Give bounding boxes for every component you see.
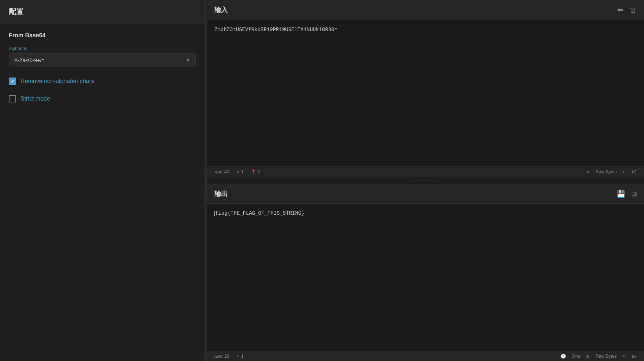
alphabet-value: A-Za-z0-9+/=: [14, 57, 44, 63]
output-status-right: 🕐 0ms Tr Raw Bytes ↵ LF: [561, 354, 637, 359]
input-char-count-value: 40: [224, 169, 229, 174]
input-line-count: ≡ 1: [236, 169, 243, 174]
output-char-count: ABC 29: [214, 354, 229, 359]
output-text-area[interactable]: flag{THE_FLAG_OF_THIS_STRING}: [207, 204, 644, 351]
clock-icon: 🕐: [561, 354, 566, 359]
output-lf-label: LF: [632, 354, 637, 358]
location-icon: 📍: [251, 169, 256, 174]
strict-mode-row[interactable]: Strict mode: [9, 95, 196, 102]
alphabet-label: Alphabet: [9, 46, 196, 51]
output-line-count-value: 1: [241, 354, 244, 359]
output-status-bar: ABC 29 ≡ 1 🕐 0ms Tr Raw Bytes ↵ LF: [207, 351, 644, 361]
input-text-area[interactable]: ZmxhZ3tUSEVfRkxBR19PR19USElTX1NUUklOR30=: [207, 20, 644, 166]
input-title: 输入: [214, 5, 228, 14]
output-lf-arrow: ↵: [622, 354, 626, 359]
output-time-value: 0ms: [572, 354, 580, 359]
input-location: 📍 0: [251, 169, 261, 174]
save-icon[interactable]: 💾: [617, 189, 626, 198]
remove-nonalpha-checkbox[interactable]: ✓: [9, 78, 16, 85]
remove-nonalpha-row[interactable]: ✓ Remove non-alphabet chars: [9, 78, 196, 85]
trash-icon[interactable]: 🗑: [629, 6, 637, 14]
abc-icon-output: ABC: [214, 354, 222, 358]
input-value: ZmxhZ3tUSEVfRkxBR19PR19USElTX1NUUklOR30=: [214, 27, 337, 33]
lines-icon-output: ≡: [236, 353, 239, 359]
output-line-count: ≡ 1: [236, 353, 243, 359]
chevron-down-icon: ▼: [186, 58, 190, 63]
right-panel: 输入 ⬅ 🗑 ZmxhZ3tUSEVfRkxBR19PR19USElTX1NUU…: [207, 0, 644, 361]
output-header: 输出 💾 ⧉: [207, 184, 644, 204]
left-bottom-empty: [0, 201, 205, 361]
raw-bytes-icon: Tr: [586, 170, 590, 174]
remove-nonalpha-label: Remove non-alphabet chars: [20, 78, 94, 84]
left-content: From Base64 Alphabet A-Za-z0-9+/= ▼ ✓ Re…: [0, 23, 205, 201]
resize-dot: [206, 185, 207, 187]
resize-handle[interactable]: [205, 0, 207, 361]
output-title: 输出: [214, 189, 228, 198]
input-status-right: Tr Raw Bytes ↵ LF: [586, 169, 637, 174]
output-raw-bytes-label: Raw Bytes: [596, 354, 617, 359]
strict-mode-checkbox[interactable]: [9, 95, 16, 102]
resize-dot: [206, 179, 207, 180]
from-base64-title: From Base64: [9, 32, 196, 39]
raw-bytes-icon-output: Tr: [586, 354, 590, 358]
alphabet-select[interactable]: A-Za-z0-9+/= ▼: [9, 53, 196, 67]
resize-dot: [206, 183, 207, 184]
input-status-bar: ABC 40 ≡ 1 📍 0 Tr Raw Bytes ↵ LF: [207, 166, 644, 177]
resize-dot: [206, 174, 207, 176]
output-char-count-value: 29: [224, 354, 229, 359]
resize-dots: [206, 174, 207, 187]
resize-dot: [206, 177, 207, 178]
strict-mode-label: Strict mode: [20, 95, 50, 102]
output-header-actions: 💾 ⧉: [617, 189, 637, 198]
output-section: 输出 💾 ⧉ flag{THE_FLAG_OF_THIS_STRING} ABC…: [207, 184, 644, 361]
input-header: 输入 ⬅ 🗑: [207, 0, 644, 20]
output-value: flag{THE_FLAG_OF_THIS_STRING}: [214, 210, 304, 216]
left-panel: 配置 From Base64 Alphabet A-Za-z0-9+/= ▼ ✓…: [0, 0, 205, 361]
input-raw-bytes-label: Raw Bytes: [596, 169, 617, 174]
input-line-count-value: 1: [241, 169, 244, 174]
input-header-actions: ⬅ 🗑: [617, 5, 637, 15]
checkmark-icon: ✓: [11, 79, 15, 84]
copy-icon[interactable]: ⧉: [632, 190, 637, 198]
resize-dot: [206, 181, 207, 182]
lines-icon: ≡: [236, 169, 239, 174]
divider-dots: ·········: [207, 177, 644, 184]
input-lf-label: LF: [632, 170, 637, 174]
abc-icon: ABC: [214, 170, 222, 174]
config-title: 配置: [9, 7, 23, 15]
left-header: 配置: [0, 0, 205, 23]
input-section: 输入 ⬅ 🗑 ZmxhZ3tUSEVfRkxBR19PR19USElTX1NUU…: [207, 0, 644, 177]
input-location-value: 0: [258, 169, 261, 174]
import-icon[interactable]: ⬅: [617, 5, 624, 15]
input-lf-arrow: ↵: [622, 169, 626, 174]
input-char-count: ABC 40: [214, 169, 229, 174]
